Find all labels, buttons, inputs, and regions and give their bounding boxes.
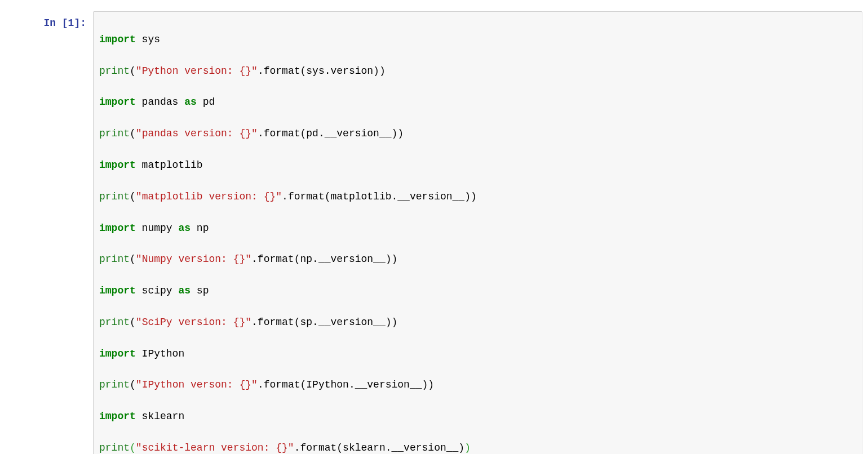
code-text: np xyxy=(191,222,209,234)
fn-print: print xyxy=(99,65,130,77)
keyword-import: import xyxy=(99,159,136,171)
string-literal: "Python version: {}" xyxy=(136,65,258,77)
keyword-import: import xyxy=(99,222,136,234)
keyword-import: import xyxy=(99,96,136,108)
code-input-area[interactable]: import sys print("Python version: {}".fo… xyxy=(93,11,862,454)
paren-open: ( xyxy=(130,253,136,265)
keyword-import: import xyxy=(99,348,136,359)
code-line: import IPython xyxy=(99,346,856,362)
code-text: matplotlib xyxy=(136,159,203,171)
code-text: pandas xyxy=(136,96,184,108)
code-line: print("Python version: {}".format(sys.ve… xyxy=(99,64,856,79)
code-line: import scipy as sp xyxy=(99,283,856,299)
fn-print: print xyxy=(99,191,130,202)
string-literal: "Numpy version: {}" xyxy=(136,253,251,265)
fn-print: print xyxy=(99,253,130,265)
paren-open: ( xyxy=(130,128,136,139)
code-text: .format(matplotlib.__version__)) xyxy=(282,191,477,202)
code-line: import numpy as np xyxy=(99,221,856,237)
code-text: .format(sp.__version__)) xyxy=(251,317,397,328)
paren-open-highlight: ( xyxy=(130,442,136,453)
string-literal: "SciPy version: {}" xyxy=(136,317,251,328)
code-text: .format(sys.version)) xyxy=(258,65,386,77)
string-literal: "scikit-learn version: {}" xyxy=(136,442,294,453)
code-cell: In [1]: import sys print("Python version… xyxy=(6,11,862,454)
fn-print: print xyxy=(99,379,130,390)
keyword-as: as xyxy=(178,285,191,296)
code-text: sp xyxy=(191,285,209,296)
keyword-as: as xyxy=(178,222,191,234)
code-line: print("SciPy version: {}".format(sp.__ve… xyxy=(99,315,856,331)
code-text: scipy xyxy=(136,285,179,296)
code-line: print("IPython verson: {}".format(IPytho… xyxy=(99,377,856,393)
code-line: import sys xyxy=(99,32,856,48)
code-text: .format(IPython.__version__)) xyxy=(258,379,434,390)
code-line: print("scikit-learn version: {}".format(… xyxy=(99,440,856,454)
code-text: .format(pd.__version__)) xyxy=(258,128,404,139)
code-text: .format(sklearn.__version__) xyxy=(294,442,464,453)
keyword-import: import xyxy=(99,285,136,296)
prompt-label: In [1]: xyxy=(43,17,86,29)
code-line: import sklearn xyxy=(99,409,856,425)
code-line: import pandas as pd xyxy=(99,95,856,110)
string-literal: "IPython verson: {}" xyxy=(136,379,258,390)
paren-open: ( xyxy=(130,65,136,77)
keyword-import: import xyxy=(99,34,136,45)
code-text: sklearn xyxy=(136,411,184,422)
fn-print: print xyxy=(99,128,130,139)
code-text: IPython xyxy=(136,348,184,359)
code-text: numpy xyxy=(136,222,179,234)
code-line: print("pandas version: {}".format(pd.__v… xyxy=(99,126,856,142)
paren-open: ( xyxy=(130,191,136,202)
keyword-as: as xyxy=(184,96,197,108)
code-line: print("matplotlib version: {}".format(ma… xyxy=(99,189,856,205)
code-text: pd xyxy=(197,96,215,108)
fn-print: print xyxy=(99,317,130,328)
code-text: sys xyxy=(136,34,160,45)
paren-open: ( xyxy=(130,317,136,328)
paren-open: ( xyxy=(130,379,136,390)
code-text: .format(np.__version__)) xyxy=(251,253,397,265)
paren-close-highlight: ) xyxy=(464,442,471,453)
string-literal: "pandas version: {}" xyxy=(136,128,258,139)
fn-print: print xyxy=(99,442,130,453)
string-literal: "matplotlib version: {}" xyxy=(136,191,282,202)
code-line: print("Numpy version: {}".format(np.__ve… xyxy=(99,252,856,268)
input-prompt: In [1]: xyxy=(6,11,93,32)
keyword-import: import xyxy=(99,411,136,422)
code-line: import matplotlib xyxy=(99,158,856,173)
